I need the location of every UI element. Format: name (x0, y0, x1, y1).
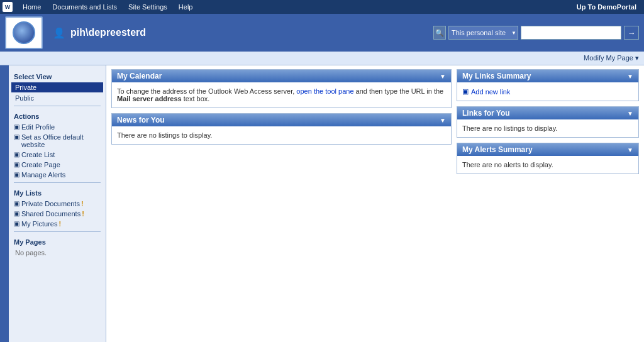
my-calendar-body: To change the address of the Outlook Web… (112, 82, 451, 108)
list-my-pictures-label: My Pictures! (21, 220, 61, 228)
action-create-list-label: Create List (21, 151, 55, 158)
links-no-listings: There are no listings to display. (462, 124, 557, 132)
action-create-page[interactable]: ▣ Create Page (11, 160, 103, 170)
menu-home[interactable]: Home (18, 2, 46, 12)
my-links-summary-webpart: My Links Summary ▼ ▣ Add new link (457, 69, 639, 101)
menu-help[interactable]: Help (174, 2, 198, 12)
plus-icon-1: ▣ (14, 123, 19, 130)
mail-server-bold: Mail server address (117, 95, 182, 102)
action-manage-alerts-label: Manage Alerts (21, 171, 65, 179)
calendar-body-end: text box. (182, 95, 210, 102)
list-private-documents[interactable]: ▣ Private Documents! (11, 199, 103, 209)
logo-box (5, 16, 43, 49)
vertical-nav (0, 65, 9, 342)
add-new-link-label[interactable]: Add new link (471, 88, 510, 96)
my-alerts-expand-icon[interactable]: ▼ (627, 146, 633, 153)
links-for-you-title: Links for You (462, 109, 510, 118)
search-scope-wrapper[interactable]: This personal site ▼ (448, 26, 518, 40)
content-area: My Calendar ▼ To change the address of t… (106, 65, 644, 342)
my-lists-label: My Lists (11, 185, 103, 199)
user-icon: 👤 (53, 27, 65, 39)
news-body: There are no listings to display. (112, 126, 451, 144)
top-menubar: W Home Documents and Lists Site Settings… (0, 0, 644, 14)
my-alerts-body: There are no alerts to display. (457, 156, 638, 174)
private-docs-badge: ! (81, 200, 84, 207)
news-title: News for You (117, 116, 165, 124)
news-no-listings: There are no listings to display. (117, 131, 212, 139)
my-links-expand-icon[interactable]: ▼ (627, 73, 633, 80)
divider-3 (14, 231, 101, 232)
action-set-office[interactable]: ▣ Set as Office default website (11, 132, 103, 150)
links-for-you-webpart: Links for You ▼ There are no listings to… (457, 106, 639, 138)
modify-my-page-link[interactable]: Modify My Page ▾ (584, 54, 639, 62)
divider-2 (14, 182, 101, 183)
alerts-no-alerts: There are no alerts to display. (462, 161, 553, 168)
no-pages-text: No pages. (11, 248, 103, 258)
select-view-label: Select View (11, 69, 103, 82)
calendar-expand-icon[interactable]: ▼ (440, 73, 446, 80)
divider-1 (14, 106, 101, 106)
plus-icon-7: ▣ (14, 210, 19, 217)
search-input[interactable] (521, 26, 621, 40)
header-row: 👤 pih\depreesterd 🔍 This personal site ▼… (0, 14, 644, 52)
my-alerts-header: My Alerts Summary ▼ (457, 143, 638, 156)
plus-icon-6: ▣ (14, 200, 19, 207)
add-new-link-item[interactable]: ▣ Add new link (462, 87, 633, 96)
my-pages-label: My Pages (11, 234, 103, 248)
my-alerts-summary-webpart: My Alerts Summary ▼ There are no alerts … (457, 143, 639, 174)
list-private-documents-label: Private Documents! (21, 200, 84, 207)
menu-site-settings[interactable]: Site Settings (123, 2, 172, 12)
username-label: pih\depreesterd (70, 27, 146, 38)
plus-icon-5: ▣ (14, 171, 19, 178)
my-calendar-header: My Calendar ▼ (112, 70, 451, 82)
my-links-header: My Links Summary ▼ (457, 70, 638, 82)
action-edit-profile[interactable]: ▣ Edit Profile (11, 122, 103, 132)
links-for-you-body: There are no listings to display. (457, 119, 638, 137)
user-title: 👤 pih\depreesterd (48, 27, 428, 39)
open-tool-pane-link[interactable]: open the tool pane (296, 87, 353, 95)
go-arrow-icon: → (628, 28, 636, 38)
my-calendar-title: My Calendar (117, 72, 162, 80)
site-icon: W (3, 2, 13, 12)
plus-icon-4: ▣ (14, 161, 19, 168)
action-set-office-label: Set as Office default website (21, 133, 101, 148)
plus-icon-2: ▣ (14, 133, 19, 140)
news-expand-icon[interactable]: ▼ (440, 117, 446, 124)
my-calendar-webpart: My Calendar ▼ To change the address of t… (111, 69, 452, 108)
calendar-body-suffix: and then type the URL in the (354, 87, 444, 95)
view-public-button[interactable]: Public (11, 93, 103, 103)
modify-bar: Modify My Page ▾ (0, 52, 644, 65)
my-links-title: My Links Summary (462, 72, 531, 80)
plus-icon-3: ▣ (14, 151, 19, 158)
up-to-demoportal: Up To DemoPortal (577, 3, 641, 11)
search-go-button[interactable]: → (624, 26, 639, 40)
search-scope-select[interactable]: This personal site (448, 26, 518, 40)
my-links-body: ▣ Add new link (457, 82, 638, 101)
sidebar: Select View Private Public Actions ▣ Edi… (9, 65, 106, 342)
col-main: My Calendar ▼ To change the address of t… (111, 69, 452, 338)
logo-icon (13, 21, 35, 44)
menu-items: Home Documents and Lists Site Settings H… (18, 2, 577, 12)
search-icon: 🔍 (435, 29, 444, 37)
news-header: News for You ▼ (112, 114, 451, 126)
list-shared-documents-label: Shared Documents! (21, 210, 84, 218)
search-icon-box: 🔍 (433, 26, 446, 40)
action-edit-profile-label: Edit Profile (21, 123, 55, 131)
action-create-list[interactable]: ▣ Create List (11, 150, 103, 160)
shared-docs-badge: ! (82, 210, 84, 218)
view-private-button[interactable]: Private (11, 82, 103, 92)
menu-documents-lists[interactable]: Documents and Lists (47, 2, 122, 12)
calendar-body-prefix: To change the address of the Outlook Web… (117, 87, 296, 95)
plus-icon-8: ▣ (14, 220, 19, 227)
actions-label: Actions (11, 109, 103, 122)
links-for-you-expand-icon[interactable]: ▼ (627, 110, 633, 117)
pictures-badge: ! (58, 220, 61, 228)
action-manage-alerts[interactable]: ▣ Manage Alerts (11, 170, 103, 180)
news-for-you-webpart: News for You ▼ There are no listings to … (111, 113, 452, 145)
list-shared-documents[interactable]: ▣ Shared Documents! (11, 209, 103, 219)
list-my-pictures[interactable]: ▣ My Pictures! (11, 219, 103, 229)
action-create-page-label: Create Page (21, 161, 60, 168)
links-for-you-header: Links for You ▼ (457, 107, 638, 119)
add-link-plus-icon: ▣ (462, 87, 469, 96)
col-right: My Links Summary ▼ ▣ Add new link Links … (457, 69, 639, 338)
